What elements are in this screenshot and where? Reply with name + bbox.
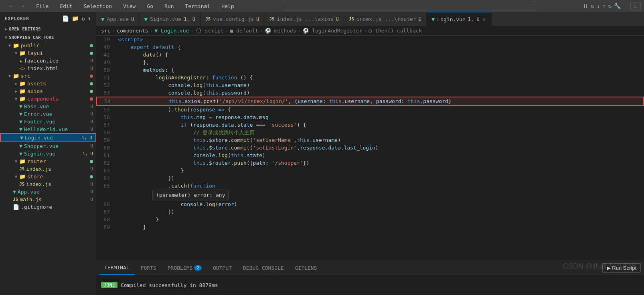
- line-content: <script>: [116, 36, 644, 43]
- line-number: 56: [96, 113, 116, 121]
- bc-then[interactable]: ◯ then() callback: [369, 28, 422, 34]
- tree-footer-vue[interactable]: ▼ Footer.vue U: [0, 118, 96, 125]
- refresh-files-icon[interactable]: ↻: [81, 15, 85, 22]
- line-number: 52: [96, 81, 116, 89]
- menu-run[interactable]: Run: [162, 2, 176, 10]
- menu-go[interactable]: Go: [144, 2, 156, 10]
- file-label: main.js: [20, 196, 90, 202]
- tree-store-index[interactable]: JS index.js U: [0, 180, 96, 188]
- tree-login-vue[interactable]: ▼ Login.vue 1, U: [0, 133, 96, 142]
- sep: ›: [260, 28, 263, 34]
- menu-edit[interactable]: Edit: [57, 2, 75, 10]
- arrow-icon: ▶: [13, 81, 19, 86]
- tree-base-vue[interactable]: ▼ Base.vue U: [0, 103, 96, 110]
- folder-icon: 📁: [19, 50, 26, 56]
- bc-login-register[interactable]: ⚽ loginAndRegister: [302, 28, 362, 34]
- tab-close-button[interactable]: ✕: [482, 16, 486, 22]
- bc-methods[interactable]: ⚽ methods: [265, 28, 296, 34]
- bc-login-vue[interactable]: ▼ Login.vue: [154, 28, 189, 34]
- tree-src[interactable]: ▼ 📁 src: [0, 72, 96, 80]
- tab-router-index[interactable]: JS index.js ...\router U: [344, 12, 427, 26]
- folder-label: router: [27, 158, 90, 164]
- section-arrow: ▶: [5, 27, 7, 31]
- folder-icon: 📁: [19, 88, 26, 94]
- maximize-button[interactable]: □: [630, 2, 641, 10]
- tab-app-vue[interactable]: ▼ App.vue U: [96, 12, 139, 26]
- open-editors-section[interactable]: ▶ OPEN EDITORS: [0, 25, 96, 33]
- line-content: }): [116, 174, 644, 182]
- tree-gitignore[interactable]: 📄 .gitignore: [0, 203, 96, 211]
- folder-label: src: [21, 73, 90, 79]
- tab-axios-index[interactable]: JS index.js ...\axios U: [264, 12, 344, 26]
- line-content: this.$router.push({path: '/shopper'}): [116, 159, 644, 167]
- menu-file[interactable]: File: [34, 2, 51, 10]
- back-button[interactable]: ←: [6, 2, 16, 10]
- code-line-64: 64 }): [96, 174, 644, 182]
- line-number: 42: [96, 51, 116, 59]
- tree-router-index[interactable]: JS index.js U: [0, 165, 96, 173]
- folder-icon: 📁: [19, 158, 26, 164]
- tree-router[interactable]: ▼ 📁 router: [0, 158, 96, 165]
- status-dot: [90, 44, 93, 47]
- js-tab-icon: JS: [269, 16, 274, 22]
- collapse-icon[interactable]: ↟: [88, 15, 91, 22]
- tree-axios[interactable]: ▶ 📁 axios: [0, 87, 96, 95]
- vue-icon: ▼: [19, 111, 22, 117]
- bc-src[interactable]: src: [101, 28, 110, 34]
- line-content: ).then(response => {: [116, 106, 644, 113]
- code-editor[interactable]: 39 <script> 40 export default { 42 data(…: [96, 36, 644, 261]
- search-bar[interactable]: [283, 2, 536, 10]
- sep: ›: [191, 28, 194, 34]
- file-label: Footer.vue: [24, 119, 91, 125]
- folder-label: axios: [27, 88, 90, 94]
- folder-label: public: [21, 42, 90, 48]
- tree-index-html[interactable]: <> index.html U: [0, 65, 96, 72]
- tab-output[interactable]: OUTPUT: [208, 261, 237, 275]
- line-number: 63: [96, 167, 116, 174]
- tab-gitlens[interactable]: GITLENS: [290, 261, 322, 275]
- new-file-icon[interactable]: 📄: [62, 15, 69, 22]
- tab-login-vue[interactable]: ▼ Login.vue 1, U ✕: [427, 12, 492, 26]
- tree-shopper-vue[interactable]: ▼ Shopper.vue U: [0, 142, 96, 150]
- tab-terminal[interactable]: TERMINAL: [99, 261, 134, 275]
- tab-problems[interactable]: PROBLEMS 2: [163, 261, 207, 275]
- tree-components[interactable]: ▼ 📁 components: [0, 95, 96, 103]
- project-arrow: ▼: [5, 35, 7, 40]
- line-content: if (response.data.state === 'success') {: [116, 121, 644, 129]
- forward-button[interactable]: →: [18, 2, 27, 10]
- sep: ›: [298, 28, 301, 34]
- tab-label: Login.vue: [437, 16, 465, 22]
- tree-signin-vue[interactable]: ▼ Signin.vue 1, U: [0, 150, 96, 158]
- project-section[interactable]: ▼ SHOPPING_CAR_FORE: [0, 33, 96, 42]
- tab-vue-config[interactable]: JS vue.config.js U: [200, 12, 264, 26]
- tree-error-vue[interactable]: ▼ Error.vue U: [0, 110, 96, 118]
- code-line-69: 69 }: [96, 223, 644, 231]
- status-dot: [90, 52, 93, 55]
- tab-signin-vue[interactable]: ▼ Signin.vue 1, U: [139, 12, 200, 26]
- bc-default[interactable]: ■ default: [230, 28, 258, 34]
- menu-terminal[interactable]: Terminal: [183, 2, 213, 10]
- line-number: 57: [96, 121, 116, 129]
- line-content: this.$store.commit('setUserName',this.us…: [116, 136, 644, 144]
- panel-tabs: TERMINAL PORTS PROBLEMS 2 OUTPUT DEBUG C…: [96, 261, 644, 275]
- menu-view[interactable]: View: [121, 2, 138, 10]
- tree-helloworld-vue[interactable]: ▼ HelloWorld.vue U: [0, 125, 96, 133]
- tree-app-vue[interactable]: ▼ App.vue U: [0, 188, 96, 196]
- watermark: CSDN @机器人迈克猫: [563, 261, 636, 271]
- tree-favicon[interactable]: ★ favicon.ico U: [0, 57, 96, 65]
- tree-main-js[interactable]: JS main.js U: [0, 196, 96, 203]
- file-label: HelloWorld.vue: [24, 126, 91, 132]
- line-number: 53: [96, 89, 116, 97]
- menu-help[interactable]: Help: [219, 2, 236, 10]
- tab-ports[interactable]: PORTS: [136, 261, 161, 275]
- tree-store[interactable]: ▼ 📁 store: [0, 173, 96, 180]
- bc-script[interactable]: {} script: [195, 28, 223, 34]
- new-folder-icon[interactable]: 📁: [72, 15, 79, 22]
- bc-components[interactable]: components: [117, 28, 148, 34]
- tree-assets[interactable]: ▶ 📁 assets: [0, 80, 96, 87]
- tree-public[interactable]: ▼ 📁 public: [0, 42, 96, 49]
- tab-debug[interactable]: DEBUG CONSOLE: [238, 261, 289, 275]
- tree-layui[interactable]: ▼ 📁 layui: [0, 49, 96, 57]
- sidebar: EXPLORER 📄 📁 ↻ ↟ ▶ OPEN EDITORS ▼ SHOPPI…: [0, 12, 96, 295]
- menu-selection[interactable]: Selection: [81, 2, 114, 10]
